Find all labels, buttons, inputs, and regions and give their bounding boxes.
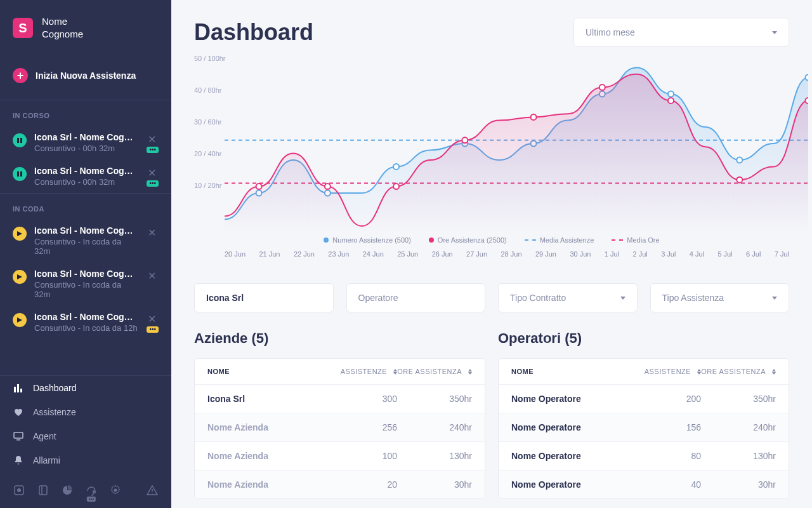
- task-item[interactable]: Icona Srl - Nome Cognome Consuntivo - In…: [0, 262, 171, 305]
- dot-icon: [324, 237, 329, 243]
- chart-point: [668, 98, 674, 104]
- task-subtitle: Consuntivo - 00h 32m: [34, 177, 138, 187]
- sort-icon[interactable]: [468, 369, 472, 375]
- chart-point: [806, 98, 809, 104]
- y-tick: 30 / 60hr: [194, 118, 221, 126]
- more-icon[interactable]: •••: [147, 326, 159, 333]
- close-icon[interactable]: ✕: [145, 312, 159, 326]
- task-item[interactable]: Icona Srl - Nome Cognome Consuntivo - 00…: [0, 159, 171, 193]
- table-header: NOME ASSISTENZE ORE ASSISTENZA: [195, 359, 485, 385]
- company-icon[interactable]: [13, 484, 25, 497]
- close-icon[interactable]: ✕: [145, 166, 159, 180]
- range-label: Ultimo mese: [586, 27, 635, 37]
- chart: 50 / 100hr40 / 80hr30 / 60hr20 / 40hr10 …: [194, 55, 789, 271]
- pause-icon[interactable]: [13, 133, 27, 147]
- table-row[interactable]: Icona Srl 300 350hr: [195, 385, 485, 413]
- warning-icon[interactable]: [146, 484, 159, 497]
- col-assistenze[interactable]: ASSISTENZE: [626, 368, 701, 375]
- y-tick: 50 / 100hr: [194, 55, 226, 62]
- table-row[interactable]: Nome Operatore 40 30hr: [499, 471, 789, 498]
- avatar: S: [13, 18, 33, 38]
- gear-icon[interactable]: [109, 484, 122, 497]
- user-block[interactable]: S Nome Cognome: [0, 0, 171, 57]
- filter-tipo-contratto[interactable]: Tipo Contratto: [498, 283, 638, 312]
- svg-rect-5: [17, 384, 19, 392]
- svg-point-13: [114, 489, 117, 492]
- col-nome[interactable]: NOME: [207, 368, 322, 375]
- task-title: Icona Srl - Nome Cognome: [34, 269, 138, 279]
- task-title: Icona Srl - Nome Cognome: [34, 225, 138, 236]
- table-row[interactable]: Nome Operatore 156 240hr: [499, 413, 789, 442]
- x-tick: 1 Jul: [605, 250, 619, 258]
- date-range-select[interactable]: Ultimo mese: [573, 18, 789, 47]
- filter-operatore[interactable]: Operatore: [346, 283, 486, 312]
- chevron-down-icon: [620, 297, 625, 300]
- cell-assistenze: 300: [322, 394, 397, 404]
- x-tick: 25 Jun: [397, 250, 418, 258]
- nav-dashboard[interactable]: Dashboard: [0, 376, 171, 400]
- cell-assistenze: 40: [626, 479, 701, 490]
- close-icon[interactable]: ✕: [145, 132, 159, 147]
- chevron-down-icon: [772, 297, 777, 300]
- legend-label: Numero Assistenze (500): [332, 236, 411, 244]
- nav-assistenze[interactable]: Assistenze: [0, 400, 171, 424]
- chart-point: [393, 184, 399, 189]
- filter-azienda[interactable]: Icona Srl: [194, 283, 334, 312]
- filter-row: Icona Srl Operatore Tipo Contratto Tipo …: [194, 283, 789, 312]
- more-icon[interactable]: •••: [147, 147, 159, 153]
- col-ore[interactable]: ORE ASSISTENZA: [397, 368, 472, 375]
- nav-allarmi[interactable]: Allarmi: [0, 448, 171, 472]
- x-tick: 4 Jul: [690, 250, 704, 258]
- new-assist-button[interactable]: + Inizia Nuova Assistenza: [0, 60, 171, 91]
- table-row[interactable]: Nome Azienda 20 30hr: [195, 471, 485, 498]
- cell-ore: 30hr: [701, 479, 776, 490]
- task-title: Icona Srl - Nome Cognome: [34, 132, 138, 142]
- header-row: Dashboard Ultimo mese: [194, 18, 789, 47]
- monitor-icon: [13, 431, 24, 442]
- play-icon[interactable]: [13, 313, 27, 327]
- x-tick: 7 Jul: [775, 250, 789, 258]
- pie-icon[interactable]: [61, 484, 74, 497]
- cell-nome: Icona Srl: [207, 394, 322, 404]
- bars-icon: [13, 382, 24, 394]
- table-row[interactable]: Nome Azienda 256 240hr: [195, 413, 485, 442]
- table-row[interactable]: Nome Operatore 200 350hr: [499, 385, 789, 413]
- col-nome[interactable]: NOME: [511, 368, 626, 375]
- chart-point: [668, 91, 674, 97]
- y-tick: 20 / 40hr: [194, 150, 221, 157]
- task-item[interactable]: Icona Srl - Nome Cognome Consuntivo - In…: [0, 219, 171, 262]
- cell-ore: 350hr: [701, 394, 776, 404]
- table-row[interactable]: Nome Operatore 80 130hr: [499, 442, 789, 471]
- book-icon[interactable]: [37, 484, 49, 497]
- user-name: Nome Cognome: [42, 15, 83, 41]
- col-ore[interactable]: ORE ASSISTENZA: [701, 368, 776, 375]
- task-item[interactable]: Icona Srl - Nome Cognome Consuntivo - 00…: [0, 126, 171, 159]
- close-icon[interactable]: ✕: [145, 225, 159, 240]
- play-icon[interactable]: [13, 227, 27, 241]
- x-tick: 22 Jun: [294, 250, 315, 258]
- table-row[interactable]: Nome Azienda 100 130hr: [195, 442, 485, 471]
- close-icon[interactable]: ✕: [145, 269, 159, 283]
- more-icon[interactable]: •••: [147, 180, 159, 187]
- sidebar: S Nome Cognome + Inizia Nuova Assistenza…: [0, 0, 171, 508]
- headset-icon[interactable]: •••: [85, 484, 98, 497]
- cell-nome: Nome Azienda: [207, 479, 322, 490]
- cell-assistenze: 256: [322, 422, 397, 432]
- pause-icon[interactable]: [13, 167, 27, 181]
- task-text: Icona Srl - Nome Cognome Consuntivo - In…: [34, 225, 138, 256]
- col-assistenze[interactable]: ASSISTENZE: [322, 368, 397, 375]
- chart-point: [393, 164, 399, 170]
- legend-label: Media Ore: [627, 236, 659, 244]
- aziende-title: Aziende (5): [194, 330, 485, 347]
- task-item[interactable]: Icona Srl - Nome Cognome Consuntivo - In…: [0, 305, 171, 339]
- play-icon[interactable]: [13, 270, 27, 284]
- cell-assistenze: 200: [626, 394, 701, 404]
- sort-icon[interactable]: [772, 369, 776, 375]
- svg-rect-11: [39, 486, 47, 495]
- cell-nome: Nome Operatore: [511, 479, 626, 490]
- x-tick: 3 Jul: [661, 250, 676, 258]
- filter-value: Icona Srl: [206, 293, 244, 303]
- filter-tipo-assistenza[interactable]: Tipo Assistenza: [650, 283, 790, 312]
- svg-rect-7: [14, 432, 23, 438]
- nav-agent[interactable]: Agent: [0, 424, 171, 448]
